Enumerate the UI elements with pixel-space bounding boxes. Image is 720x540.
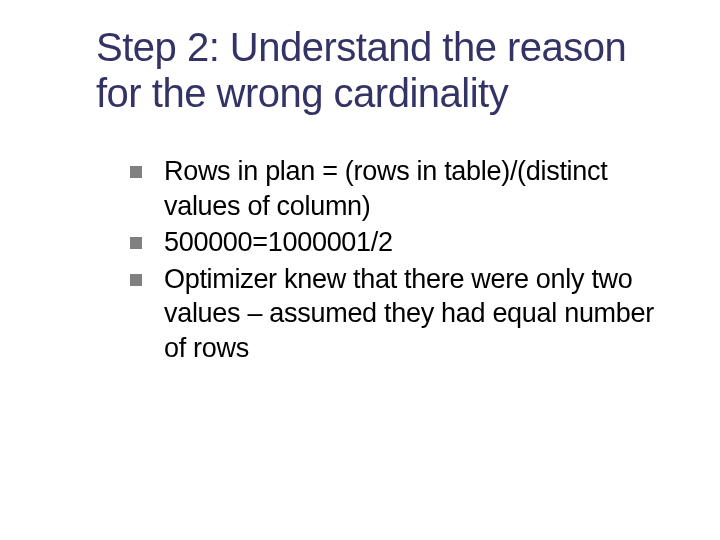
- slide-title: Step 2: Understand the reason for the wr…: [0, 24, 720, 116]
- bullet-list: Rows in plan = (rows in table)/(distinct…: [0, 154, 720, 365]
- list-item: Optimizer knew that there were only two …: [130, 262, 660, 366]
- square-bullet-icon: [130, 237, 142, 249]
- list-item: Rows in plan = (rows in table)/(distinct…: [130, 154, 660, 223]
- list-item: 500000=1000001/2: [130, 225, 660, 260]
- bullet-text: Optimizer knew that there were only two …: [164, 262, 660, 366]
- square-bullet-icon: [130, 166, 142, 178]
- bullet-text: 500000=1000001/2: [164, 225, 393, 260]
- square-bullet-icon: [130, 274, 142, 286]
- slide-container: Step 2: Understand the reason for the wr…: [0, 0, 720, 540]
- bullet-text: Rows in plan = (rows in table)/(distinct…: [164, 154, 660, 223]
